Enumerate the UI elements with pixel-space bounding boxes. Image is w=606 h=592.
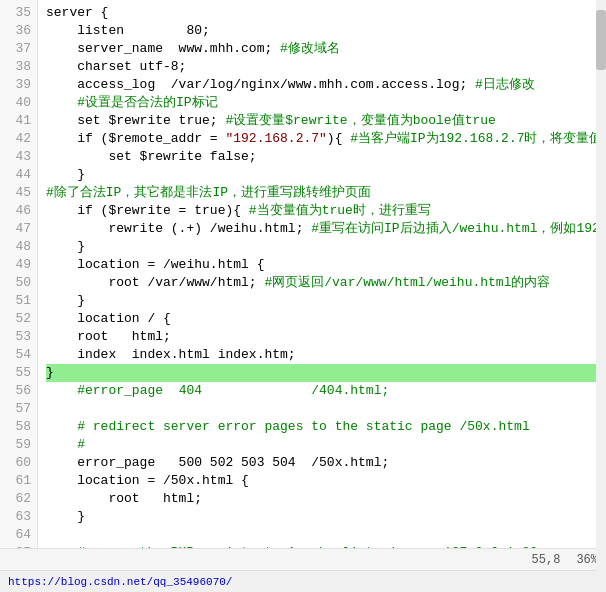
scrollbar-thumb[interactable]: [596, 10, 606, 70]
code-segment: ){: [327, 131, 350, 146]
zoom-level: 36%: [576, 553, 598, 567]
line-number: 43: [0, 148, 37, 166]
code-line: }: [46, 166, 606, 184]
line-number: 59: [0, 436, 37, 454]
code-line: }: [46, 364, 606, 382]
code-line: listen 80;: [46, 22, 606, 40]
code-segment: location = /50x.html {: [46, 473, 249, 488]
code-segment: server {: [46, 5, 108, 20]
code-segment: error_page 500 502 503 504 /50x.html;: [46, 455, 389, 470]
line-number: 37: [0, 40, 37, 58]
line-number: 41: [0, 112, 37, 130]
code-line: location = /weihu.html {: [46, 256, 606, 274]
code-segment: }: [46, 167, 85, 182]
code-area: 3536373839404142434445464748495051525354…: [0, 0, 606, 548]
code-line: error_page 500 502 503 504 /50x.html;: [46, 454, 606, 472]
line-number: 53: [0, 328, 37, 346]
scrollbar-right[interactable]: [596, 0, 606, 548]
code-segment: }: [46, 239, 85, 254]
code-line: location = /50x.html {: [46, 472, 606, 490]
line-number: 50: [0, 274, 37, 292]
code-segment: charset utf-8;: [46, 59, 186, 74]
code-line: server_name www.mhh.com; #修改域名: [46, 40, 606, 58]
code-segment: location = /weihu.html {: [46, 257, 264, 272]
code-segment: if ($remote_addr =: [46, 131, 225, 146]
code-line: }: [46, 508, 606, 526]
code-segment: #设置是否合法的IP标记: [77, 95, 217, 110]
code-line: root html;: [46, 490, 606, 508]
code-segment: set $rewrite false;: [46, 149, 257, 164]
line-number: 45: [0, 184, 37, 202]
line-number: 64: [0, 526, 37, 544]
line-number: 44: [0, 166, 37, 184]
line-number: 36: [0, 22, 37, 40]
code-line: charset utf-8;: [46, 58, 606, 76]
url-text: https://blog.csdn.net/qq_35496070/: [8, 576, 232, 588]
line-number: 58: [0, 418, 37, 436]
line-number: 63: [0, 508, 37, 526]
code-segment: root /var/www/html;: [46, 275, 264, 290]
code-line: root html;: [46, 328, 606, 346]
line-numbers: 3536373839404142434445464748495051525354…: [0, 0, 38, 548]
code-segment: #日志修改: [475, 77, 535, 92]
line-number: 52: [0, 310, 37, 328]
code-segment: #: [46, 437, 85, 452]
code-line: #设置是否合法的IP标记: [46, 94, 606, 112]
code-segment: listen 80;: [46, 23, 210, 38]
code-line: location / {: [46, 310, 606, 328]
line-number: 39: [0, 76, 37, 94]
code-line: set $rewrite true; #设置变量$rewrite，变量值为boo…: [46, 112, 606, 130]
code-segment: root html;: [46, 491, 202, 506]
code-line: [46, 400, 606, 418]
code-segment: [46, 95, 77, 110]
line-number: 42: [0, 130, 37, 148]
code-segment: #设置变量$rewrite，变量值为boole值true: [225, 113, 495, 128]
line-number: 38: [0, 58, 37, 76]
code-segment: #重写在访问IP后边插入/weihu.html，例如192.168.2.8/we…: [311, 221, 606, 236]
code-line: #error_page 404 /404.html;: [46, 382, 606, 400]
code-segment: rewrite (.+) /weihu.html;: [46, 221, 311, 236]
code-content[interactable]: server { listen 80; server_name www.mhh.…: [38, 0, 606, 548]
code-line: server {: [46, 4, 606, 22]
code-line: access_log /var/log/nginx/www.mhh.com.ac…: [46, 76, 606, 94]
code-line: [46, 526, 606, 544]
code-segment: #除了合法IP，其它都是非法IP，进行重写跳转维护页面: [46, 185, 371, 200]
cursor-position: 55,8: [532, 553, 561, 567]
line-number: 46: [0, 202, 37, 220]
line-number: 40: [0, 94, 37, 112]
code-segment: }: [46, 509, 85, 524]
code-line: if ($remote_addr = "192.168.2.7"){ #当客户端…: [46, 130, 606, 148]
status-bar: 55,8 36%: [0, 548, 606, 570]
line-number: 60: [0, 454, 37, 472]
line-number: 56: [0, 382, 37, 400]
line-number: 57: [0, 400, 37, 418]
code-segment: # redirect server error pages to the sta…: [46, 419, 530, 434]
code-line: if ($rewrite = true){ #当变量值为true时，进行重写: [46, 202, 606, 220]
code-line: index index.html index.htm;: [46, 346, 606, 364]
code-segment: root html;: [46, 329, 171, 344]
code-segment: index index.html index.htm;: [46, 347, 296, 362]
code-segment: if ($rewrite = true){: [46, 203, 249, 218]
code-segment: #error_page 404 /404.html;: [77, 383, 389, 398]
url-bar[interactable]: https://blog.csdn.net/qq_35496070/: [0, 570, 606, 592]
code-segment: server_name www.mhh.com;: [46, 41, 280, 56]
code-segment: }: [46, 365, 54, 380]
code-segment: #网页返回/var/www/html/weihu.html的内容: [264, 275, 550, 290]
line-number: 47: [0, 220, 37, 238]
code-segment: set $rewrite true;: [46, 113, 225, 128]
code-line: # redirect server error pages to the sta…: [46, 418, 606, 436]
code-line: set $rewrite false;: [46, 148, 606, 166]
code-segment: access_log /var/log/nginx/www.mhh.com.ac…: [46, 77, 475, 92]
code-segment: #当变量值为true时，进行重写: [249, 203, 431, 218]
code-line: }: [46, 238, 606, 256]
code-line: }: [46, 292, 606, 310]
line-number: 49: [0, 256, 37, 274]
editor-container: 3536373839404142434445464748495051525354…: [0, 0, 606, 592]
code-segment: #修改域名: [280, 41, 340, 56]
code-segment: }: [46, 293, 85, 308]
line-number: 62: [0, 490, 37, 508]
code-line: rewrite (.+) /weihu.html; #重写在访问IP后边插入/w…: [46, 220, 606, 238]
status-right: 55,8 36%: [532, 553, 598, 567]
line-number: 61: [0, 472, 37, 490]
code-segment: "192.168.2.7": [225, 131, 326, 146]
